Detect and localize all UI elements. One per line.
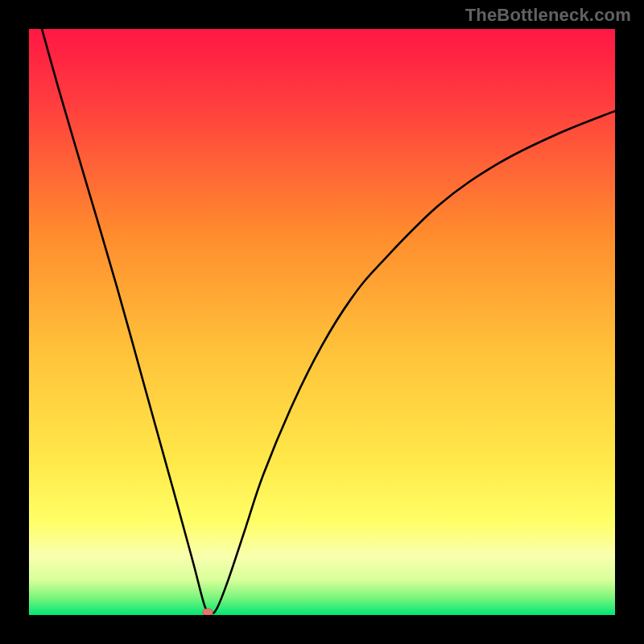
bottleneck-curve bbox=[29, 29, 615, 615]
chart-outer-frame: TheBottleneck.com bbox=[0, 0, 644, 644]
minimum-marker bbox=[203, 609, 213, 615]
watermark-text: TheBottleneck.com bbox=[465, 5, 631, 26]
plot-area bbox=[29, 29, 615, 615]
